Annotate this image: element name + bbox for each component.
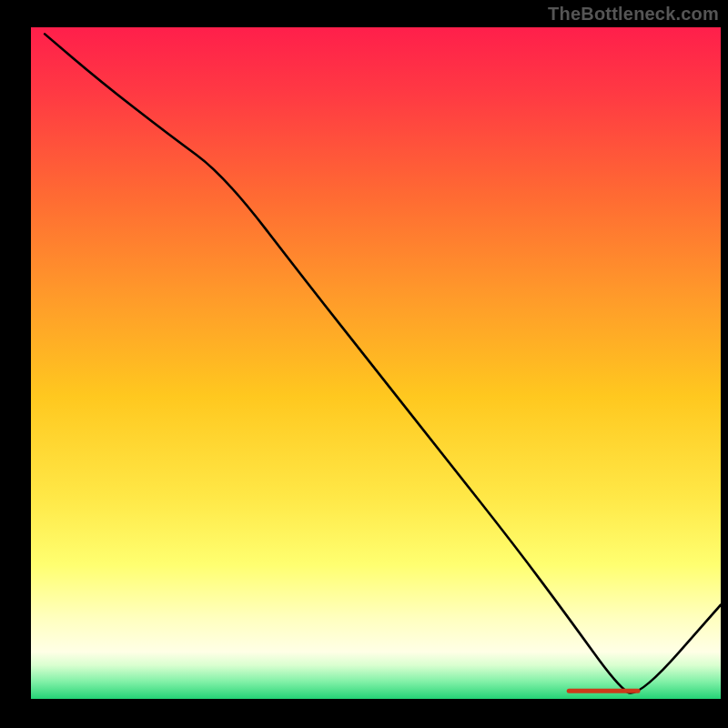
heat-gradient <box>31 27 721 699</box>
attribution-watermark: TheBottleneck.com <box>548 4 719 25</box>
bottleneck-chart <box>0 0 728 728</box>
plot-area <box>31 27 721 699</box>
